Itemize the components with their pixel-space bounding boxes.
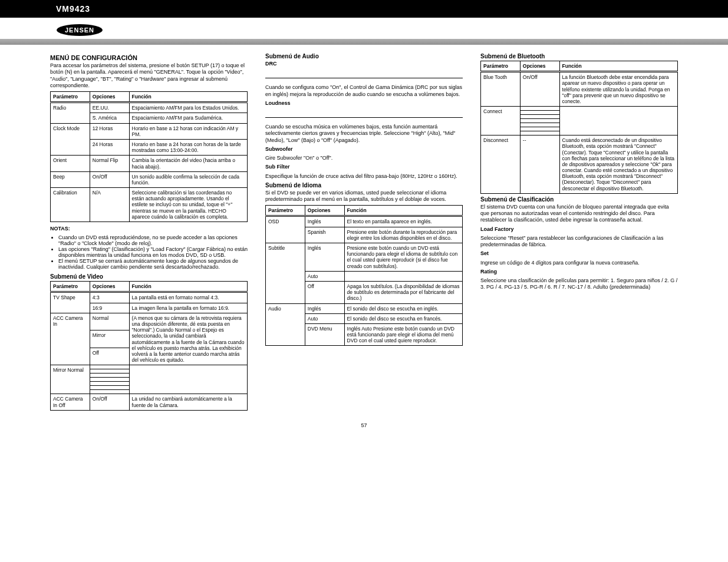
column-2: Submenú de Audio DRC Cuando se configura… [265, 51, 463, 411]
subwoofer-label: Subwoofer [265, 146, 293, 152]
model-number: VM9423 [56, 4, 90, 14]
svg-text:JENSEN: JENSEN [65, 27, 94, 34]
table-cell-function [559, 107, 677, 135]
table-cell-function: La unidad no cambiará automáticamente a … [129, 394, 247, 410]
table-cell-param: ACC Camera In [51, 313, 90, 365]
table-cell-option [90, 369, 129, 373]
rating-label: Rating [480, 269, 497, 275]
table-cell-param: Radio [51, 103, 90, 123]
table-cell-param: Clock Mode [51, 123, 90, 156]
loadfactory-label: Load Factory [480, 226, 514, 232]
language-submenu-title: Submenú de Idioma [265, 182, 463, 189]
setpassword-label: Set [480, 250, 489, 256]
audio-submenu-title: Submenú de Audio [265, 53, 463, 59]
table-cell-function: La imagen llena la pantalla en formato 1… [129, 303, 247, 313]
th-function: Función [559, 61, 677, 72]
table-cell-function: Horario en base a 12 horas con indicació… [129, 123, 247, 139]
table-cell-param: Calibration [51, 188, 90, 222]
table-cell-option [520, 107, 559, 111]
table-cell-param: Beep [51, 171, 90, 187]
table-cell-option: Mirror [90, 330, 129, 348]
table-cell-option: Inglés [305, 243, 344, 272]
notes-heading: NOTAS: [50, 226, 248, 232]
table-cell-function: Seleccione calibración si las coordenada… [129, 188, 247, 222]
table-cell-option [520, 119, 559, 123]
table-cell-function: El sonido del disco se escucha en francé… [344, 313, 462, 323]
note-1: Cuando un DVD está reproduciéndose, no s… [58, 234, 248, 246]
table-cell-function: Espaciamiento AM/FM para los Estados Uni… [129, 103, 247, 113]
language-intro: Si el DVD se puede ver en varios idiomas… [265, 190, 463, 203]
loudness-label: Loudness [265, 100, 291, 106]
subwoofer-text: Gire Subwoofer "On" o "Off". [265, 155, 463, 161]
table-cell-option [520, 123, 559, 127]
table-cell-option: On/Off [520, 72, 559, 107]
table-cell-option: 16:9 [90, 303, 129, 313]
table-cell-option [90, 373, 129, 378]
table-cell-param: TV Shape [51, 292, 90, 313]
table-cell-option: EE.UU. [90, 103, 129, 113]
table-cell-param: Blue Tooth [481, 72, 521, 107]
th-function: Función [344, 206, 462, 216]
table-cell-function: (A menos que su cámara de la retrovista … [129, 313, 247, 365]
table-cell-option: 4:3 [90, 292, 129, 303]
note-3: El menú SETUP se cerrará automáticamente… [58, 258, 248, 270]
table-cell-param: Audio [266, 303, 305, 346]
table-cell-option: Off [305, 281, 344, 303]
table-cell-option [90, 386, 129, 390]
table-cell-param: Mirror Normal [51, 365, 90, 394]
note-2: Las opciones "Rating" (Clasificación) y … [58, 246, 248, 258]
table-cell-function: Inglés Auto Presione este botón cuando u… [344, 323, 462, 346]
setup-intro: Para accesar los parámetros del sistema,… [50, 62, 248, 89]
table-cell-option: Off [90, 348, 129, 365]
column-3: Submenú de Bluetooth Parámetro Opciones … [480, 51, 678, 411]
table-cell-option: Spanish [305, 227, 344, 243]
table-cell-param: OSD [266, 216, 305, 243]
table-cell-param: Disconnect [481, 135, 521, 194]
table-cell-option [520, 127, 559, 131]
table-cell-option: Auto [305, 313, 344, 323]
th-options: Opciones [305, 206, 344, 216]
table-cell-option [90, 378, 129, 382]
table-cell-option [90, 390, 129, 394]
th-function: Función [129, 282, 247, 292]
table-cell-function: Cambia la orientación del video (hacia a… [129, 156, 247, 171]
bluetooth-submenu-title: Submenú de Bluetooth [480, 53, 678, 59]
table-cell-option: Inglés [305, 303, 344, 313]
drc-text: Cuando se configura como "On", el Contro… [265, 84, 463, 98]
table-cell-function: Presione este botón cuando un DVD está f… [344, 243, 462, 272]
table-cell-option: -- [520, 135, 559, 194]
table-cell-function: La función Bluetooth debe estar encendid… [559, 72, 677, 107]
table-cell-param: ACC Camera In Off [51, 394, 90, 410]
loud-underline [265, 109, 463, 118]
notes-list: Cuando un DVD está reproduciéndose, no s… [58, 234, 248, 270]
table-cell-option: 12 Horas [90, 123, 129, 139]
table-cell-function: El sonido del disco se escucha en inglés… [344, 303, 462, 313]
table-cell-function: Espaciamiento AM/FM para Sudamérica. [129, 113, 247, 123]
setup-menu-title: MENÚ DE CONFIGURACIÓN [50, 54, 248, 61]
table-cell-function: Presione este botón durante la reproducc… [344, 227, 462, 243]
general-table: Parámetro Opciones Función RadioEE.UU.Es… [50, 91, 248, 222]
subfilter-label: Sub Filter [265, 164, 290, 170]
table-cell-option: Inglés [305, 216, 344, 227]
divider-bar [0, 39, 728, 45]
video-table: Parámetro Opciones Función TV Shape4:3La… [50, 281, 248, 410]
column-1: MENÚ DE CONFIGURACIÓN Para accesar los p… [50, 51, 248, 411]
table-cell-option: Auto [305, 271, 344, 281]
rating-intro: El sistema DVD cuenta con una función de… [480, 204, 678, 224]
table-cell-function: Apaga los subtítulos. (La disponibilidad… [344, 281, 462, 303]
table-cell-function: Cuando está desconectado de un dispositi… [559, 135, 677, 194]
table-cell-option: DVD Menu [305, 323, 344, 346]
table-cell-function: Un sonido audible confirma la selección … [129, 171, 247, 187]
table-cell-option [520, 115, 559, 119]
table-cell-option [520, 111, 559, 115]
table-cell-option [520, 131, 559, 135]
table-cell-option: S. América [90, 113, 129, 123]
brand-logo: JENSEN [56, 24, 103, 37]
th-param: Parámetro [266, 206, 305, 216]
table-cell-option: 24 Horas [90, 139, 129, 155]
th-options: Opciones [90, 92, 129, 103]
table-cell-function [129, 365, 247, 394]
table-cell-option: N/A [90, 188, 129, 222]
rating-text: Seleccione una clasificación de película… [480, 277, 678, 291]
th-param: Parámetro [481, 61, 521, 72]
